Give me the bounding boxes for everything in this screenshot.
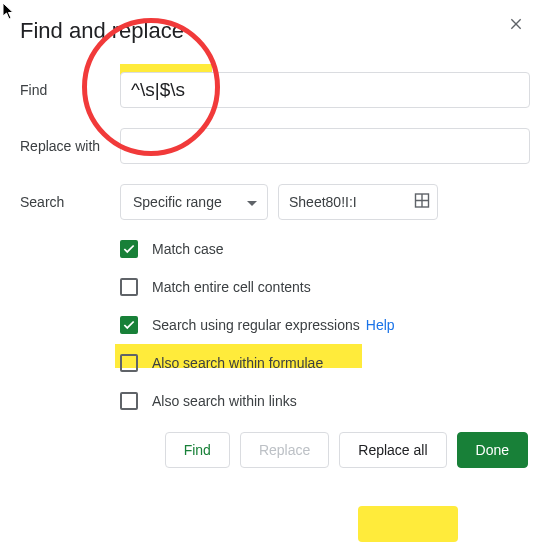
find-row: Find [20,72,530,108]
options-group: Match case Match entire cell contents Se… [120,240,530,410]
regex-checkbox[interactable] [120,316,138,334]
replace-label: Replace with [20,138,120,154]
option-links: Also search within links [120,392,530,410]
links-label: Also search within links [152,393,297,409]
replace-all-button-label: Replace all [358,442,427,458]
chevron-down-icon [247,194,257,210]
highlight-replace-all [358,506,458,542]
replace-input[interactable] [120,128,530,164]
regex-help-link[interactable]: Help [366,317,395,333]
option-match-entire: Match entire cell contents [120,278,530,296]
find-input[interactable] [120,72,530,108]
search-label: Search [20,194,120,210]
search-scope-value: Specific range [133,194,222,210]
option-regex: Search using regular expressions Help [120,316,530,334]
option-match-case: Match case [120,240,530,258]
replace-row: Replace with [20,128,530,164]
button-bar: Find Replace Replace all Done [20,432,530,468]
select-range-icon[interactable] [414,193,430,212]
find-button-label: Find [184,442,211,458]
match-case-checkbox[interactable] [120,240,138,258]
formulae-checkbox[interactable] [120,354,138,372]
range-input-wrap [278,184,438,220]
find-replace-dialog: Find and replace Find Replace with Searc… [0,0,550,480]
replace-button[interactable]: Replace [240,432,329,468]
close-button[interactable] [508,16,528,36]
links-checkbox[interactable] [120,392,138,410]
match-entire-checkbox[interactable] [120,278,138,296]
replace-all-button[interactable]: Replace all [339,432,446,468]
option-formulae: Also search within formulae [120,354,530,372]
search-row: Search Specific range [20,184,530,220]
match-entire-label: Match entire cell contents [152,279,311,295]
regex-label: Search using regular expressions [152,317,360,333]
formulae-label: Also search within formulae [152,355,323,371]
done-button[interactable]: Done [457,432,528,468]
find-button[interactable]: Find [165,432,230,468]
match-case-label: Match case [152,241,224,257]
done-button-label: Done [476,442,509,458]
replace-button-label: Replace [259,442,310,458]
close-icon [508,19,524,35]
search-scope-dropdown[interactable]: Specific range [120,184,268,220]
find-label: Find [20,82,120,98]
dialog-title: Find and replace [20,18,530,44]
